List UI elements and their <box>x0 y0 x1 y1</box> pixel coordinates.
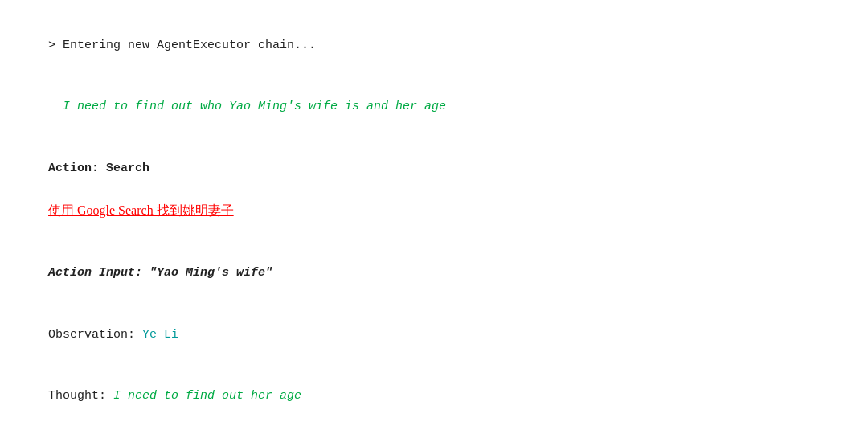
line-action-search-1: Action: Search 使用 Google Search 找到姚明妻子 <box>19 137 849 243</box>
observation-value-1: Ye Li <box>142 328 178 342</box>
line-action-search-2: Action: Search 使用 Google Search 找到姚明妻子的年… <box>19 427 849 430</box>
thought-value-1: I need to find out her age <box>113 389 301 403</box>
annotation-search-1: 使用 Google Search 找到姚明妻子 <box>48 203 234 217</box>
action-input-1-text: Action Input: "Yao Ming's wife" <box>48 266 272 280</box>
line-observation-1: Observation: Ye Li <box>19 304 849 366</box>
observation-label-1: Observation: <box>48 328 142 342</box>
entering-chain-text: > Entering new AgentExecutor chain... <box>48 39 316 52</box>
thought-label-1: Thought: <box>48 389 113 403</box>
line-action-input-1: Action Input: "Yao Ming's wife" <box>19 243 849 305</box>
line-entering-chain: > Entering new AgentExecutor chain... <box>19 14 849 76</box>
thought-main-text: I need to find out who Yao Ming's wife i… <box>48 100 446 113</box>
action-search-1-prefix: Action: Search <box>48 162 149 175</box>
line-thought-main: I need to find out who Yao Ming's wife i… <box>19 76 849 138</box>
main-container: > Entering new AgentExecutor chain... I … <box>19 14 849 430</box>
line-thought-1: Thought: I need to find out her age <box>19 366 849 428</box>
